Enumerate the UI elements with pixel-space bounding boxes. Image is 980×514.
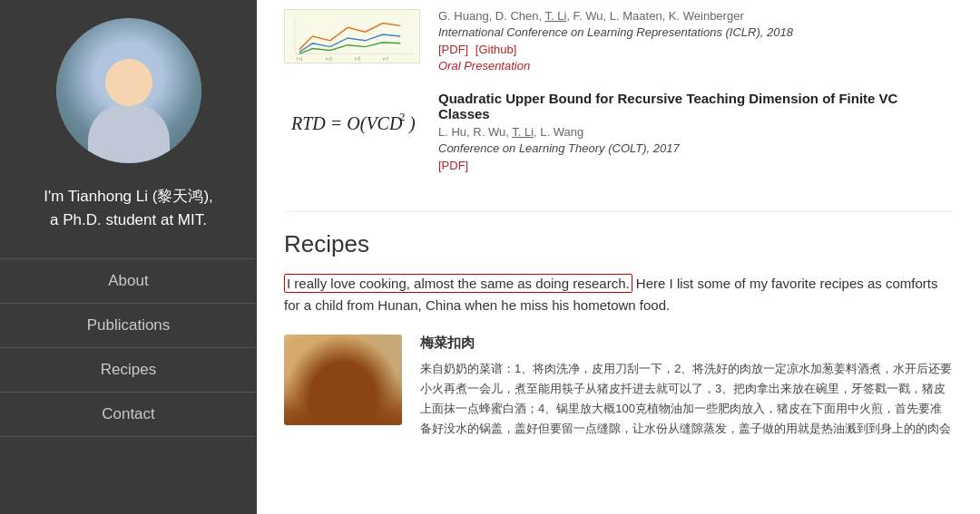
pub-pdf-link-1[interactable]: [PDF] [438,43,468,56]
pub-venue-1: International Conference on Learning Rep… [438,25,953,39]
pub-info-2: Quadratic Upper Bound for Recursive Teac… [438,91,953,175]
pub-authors-1: G. Huang, D. Chen, T. Li, F. Wu, L. Maat… [438,9,953,23]
recipe-description-1: 来自奶奶的菜谱：1、将肉洗净，皮用刀刮一下，2、将洗好的肉放一定凉水加葱姜料酒煮… [420,359,953,441]
user-name: I'm Tianhong Li (黎天鸿), a Ph.D. student a… [34,185,222,231]
recipe-image-1 [284,335,402,425]
pub-entry-2: RTD = O(VCD 2 ) Quadratic Upper Bound fo… [284,91,953,175]
pub-graph-image: l=1 l=3 l=5 l=7 [284,9,420,63]
svg-text:l=1: l=1 [297,57,303,62]
recipes-intro-highlight: I really love cooking, almost the same a… [284,274,632,293]
svg-text:RTD = O(VCD: RTD = O(VCD [290,113,403,134]
svg-text:): ) [408,113,416,134]
svg-text:l=5: l=5 [355,57,361,62]
pub-authors-2: L. Hu, R. Wu, T. Li, L. Wang [438,125,953,139]
recipes-section: Recipes I really love cooking, almost th… [284,212,953,441]
recipes-intro: I really love cooking, almost the same a… [284,273,953,316]
pub-links-1[interactable]: [PDF] [Github] [438,43,953,56]
pub-title-2: Quadratic Upper Bound for Recursive Teac… [438,91,953,121]
recipes-heading: Recipes [284,230,953,258]
publications-section: l=1 l=3 l=5 l=7 G. Huang, D. Chen, T. Li… [284,0,953,212]
pub-links-2[interactable]: [PDF] [438,159,953,172]
avatar [56,18,201,163]
pub-info-1: G. Huang, D. Chen, T. Li, F. Wu, L. Maat… [438,9,953,73]
pub-pdf-link-2[interactable]: [PDF] [438,159,468,172]
recipe-name-1: 梅菜扣肉 [420,335,953,352]
svg-text:l=7: l=7 [383,57,389,62]
recipe-card-1: 梅菜扣肉 来自奶奶的菜谱：1、将肉洗净，皮用刀刮一下，2、将洗好的肉放一定凉水加… [284,335,953,441]
sidebar-nav: About Publications Recipes Contact [0,258,257,437]
sidebar: I'm Tianhong Li (黎天鸿), a Ph.D. student a… [0,0,257,514]
sidebar-item-contact[interactable]: Contact [0,392,257,437]
svg-text:l=3: l=3 [326,57,332,62]
sidebar-item-recipes[interactable]: Recipes [0,347,257,392]
sidebar-item-about[interactable]: About [0,258,257,303]
pub-github-link-1[interactable]: [Github] [475,43,517,56]
pub-venue-2: Conference on Learning Theory (COLT), 20… [438,141,953,155]
sidebar-item-publications[interactable]: Publications [0,303,257,347]
svg-text:2: 2 [399,110,406,123]
recipe-text-1: 梅菜扣肉 来自奶奶的菜谱：1、将肉洗净，皮用刀刮一下，2、将洗好的肉放一定凉水加… [420,335,953,441]
main-content: l=1 l=3 l=5 l=7 G. Huang, D. Chen, T. Li… [257,0,980,514]
oral-badge-1: Oral Presentation [438,59,953,73]
pub-entry-1: l=1 l=3 l=5 l=7 G. Huang, D. Chen, T. Li… [284,9,953,73]
pub-formula-image: RTD = O(VCD 2 ) [284,91,420,154]
